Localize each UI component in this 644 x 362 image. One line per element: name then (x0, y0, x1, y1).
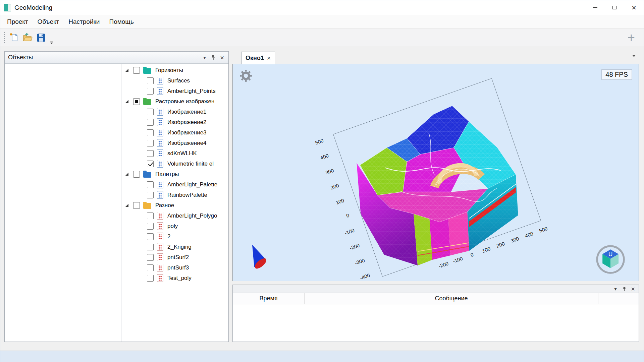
expander-icon[interactable] (125, 100, 128, 103)
tree-item[interactable]: Test_poly (121, 273, 228, 283)
axis-tick-label: 0 (470, 252, 474, 258)
objects-panel-body: ГоризонтыSurfacesAmberLight_PointsРастро… (5, 64, 228, 342)
checkbox[interactable] (147, 213, 154, 219)
checkbox[interactable] (147, 119, 154, 126)
3d-scene: 5004003002001000-100-200-300-400 -200-10… (233, 64, 639, 281)
tree-item[interactable]: Палитры (121, 169, 228, 179)
dataset-icon (157, 160, 163, 168)
open-project-button[interactable] (22, 32, 33, 43)
tree-item[interactable]: pntSurf3 (121, 262, 228, 273)
tree-item[interactable]: Горизонты (121, 65, 228, 75)
checkbox[interactable] (133, 171, 140, 178)
new-project-button[interactable] (8, 32, 20, 43)
checkbox[interactable] (147, 223, 154, 230)
menu-item-2[interactable]: Объект (33, 15, 64, 28)
column-header-empty (598, 293, 639, 304)
checkbox[interactable] (147, 233, 154, 240)
axis-tick-label: -400 (359, 272, 371, 281)
expander-icon[interactable] (125, 69, 128, 72)
objects-panel-title: Объекты (8, 54, 200, 61)
tree-item[interactable]: RainbowPalette (121, 190, 228, 200)
panel-pin-button[interactable] (620, 285, 629, 293)
close-button[interactable]: × (624, 0, 644, 15)
checkbox[interactable] (147, 264, 154, 271)
axis-tick-label: 300 (325, 168, 334, 176)
3d-viewport[interactable]: 5004003002001000-100-200-300-400 -200-10… (232, 64, 639, 281)
panel-pin-button[interactable] (209, 54, 218, 62)
tree-item[interactable]: poly (121, 221, 228, 231)
add-toolbar-button[interactable]: + (628, 31, 635, 44)
tree-item[interactable]: Разное (121, 200, 228, 210)
open-folder-icon (22, 33, 33, 42)
dataset-icon (157, 181, 163, 188)
folder-icon (143, 203, 151, 209)
tree-item[interactable]: Изображение4 (121, 138, 228, 148)
tree-item[interactable]: Изображение2 (121, 117, 228, 127)
tabstrip-menu-button[interactable] (632, 54, 636, 57)
restore-icon (612, 6, 616, 9)
minimize-icon (593, 7, 597, 8)
tree-item-label: pntSurf2 (167, 254, 189, 261)
tree-item[interactable]: Изображение3 (121, 127, 228, 138)
tree-item-label: Палитры (155, 171, 179, 178)
save-project-button[interactable] (35, 32, 47, 43)
pin-icon (211, 55, 216, 60)
tree-item[interactable]: 2 (121, 231, 228, 242)
axis-tick-label: -100 (344, 227, 355, 236)
expander-icon[interactable] (125, 204, 128, 207)
panel-menu-button[interactable]: ▾ (200, 54, 209, 62)
checkbox[interactable] (147, 192, 154, 198)
status-bar (0, 351, 644, 362)
tree-item[interactable]: pntSurf2 (121, 252, 228, 262)
tab-okno1[interactable]: Окно1 × (241, 52, 275, 64)
restore-button[interactable] (605, 0, 624, 15)
dock-bar-icon (632, 54, 636, 54)
checkbox[interactable] (147, 129, 154, 136)
checkbox[interactable] (147, 181, 154, 188)
panel-close-button[interactable]: × (218, 54, 226, 62)
toolbar-overflow-button[interactable] (50, 42, 53, 44)
tree-item-label: AmberLight_Palette (167, 181, 217, 188)
tree-item[interactable]: AmberLight_Polygo (121, 210, 228, 221)
menu-item-1[interactable]: Проект (2, 15, 33, 28)
dataset-icon (157, 149, 163, 157)
new-file-icon (9, 33, 19, 42)
checkbox[interactable] (147, 109, 154, 115)
checkbox[interactable] (147, 161, 154, 167)
minimize-button[interactable] (585, 0, 605, 15)
menu-item-4[interactable]: Помощь (104, 15, 138, 28)
tree-item[interactable]: sdKnWLHK (121, 148, 228, 159)
tree-item[interactable]: Изображение1 (121, 107, 228, 117)
tree-item[interactable]: Растровые изображен (121, 96, 228, 107)
overflow-arrow-icon (50, 43, 53, 44)
checkbox[interactable] (147, 275, 154, 282)
checkbox[interactable] (133, 98, 140, 105)
tab-label: Окно1 (246, 55, 264, 62)
tree-item[interactable]: 2_Kriging (121, 242, 228, 252)
tree-item[interactable]: AmberLight_Palette (121, 179, 228, 190)
viewport-settings-button[interactable] (239, 69, 253, 83)
checkbox[interactable] (147, 254, 154, 261)
toolbar-grip[interactable] (4, 32, 5, 43)
checkbox[interactable] (147, 150, 154, 157)
column-header-time[interactable]: Время (233, 293, 305, 304)
tree-item[interactable]: AmberLight_Points (121, 86, 228, 96)
tree-item[interactable]: Volumetric finite el (121, 159, 228, 169)
tab-close-icon[interactable]: × (267, 55, 271, 61)
checkbox[interactable] (133, 202, 140, 209)
checkbox[interactable] (147, 244, 154, 250)
column-header-message[interactable]: Сообщение (305, 293, 598, 304)
checkbox[interactable] (147, 77, 154, 84)
checkbox[interactable] (147, 140, 154, 146)
gear-icon (239, 69, 253, 83)
expander-icon[interactable] (125, 173, 128, 176)
window-controls: × (585, 0, 644, 15)
panel-close-button[interactable]: × (629, 285, 637, 293)
tree-item-label: Изображение1 (167, 109, 207, 115)
tree-item[interactable]: Surfaces (121, 75, 228, 86)
menu-item-3[interactable]: Настройки (64, 15, 104, 28)
checkbox[interactable] (133, 67, 140, 74)
panel-menu-button[interactable]: ▾ (611, 285, 620, 293)
tree-item-label: 2_Kriging (167, 244, 192, 250)
checkbox[interactable] (147, 88, 154, 95)
